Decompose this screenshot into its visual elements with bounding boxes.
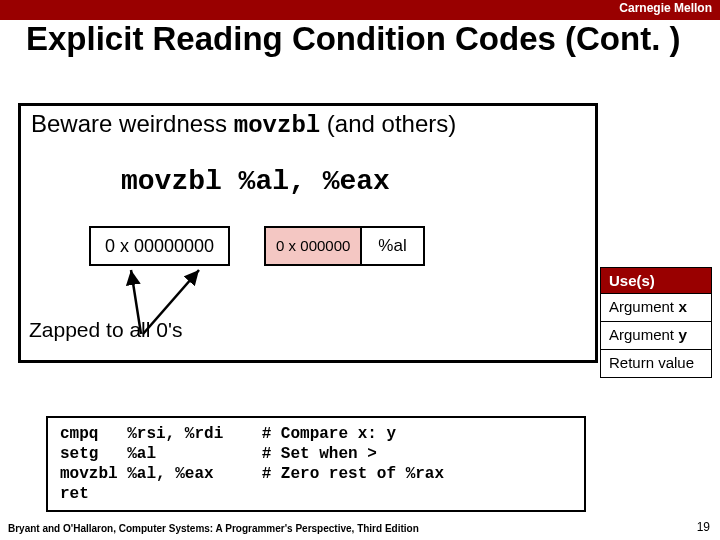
uses-table-head: Use(s) [601, 268, 712, 294]
table-row: Return value [601, 350, 712, 378]
instruction-line: movzbl %al, %eax [121, 166, 390, 197]
row-text: Argument [609, 326, 678, 343]
table-row: Argument x [601, 294, 712, 322]
footer-citation: Bryant and O'Hallaron, Computer Systems:… [8, 523, 419, 534]
row-mono: y [678, 328, 687, 345]
assembly-code-box: cmpq %rsi, %rdi # Compare x: y setg %al … [46, 416, 586, 512]
row-mono: x [678, 300, 687, 317]
reg-cell-full: 0 x 00000000 [89, 226, 230, 266]
row-text: Return value [609, 354, 694, 371]
zapped-label: Zapped to all 0's [29, 318, 182, 342]
register-row: 0 x 000000000 x 000000%al [89, 226, 425, 266]
subhead-post: (and others) [320, 110, 456, 137]
reg-cell-high: 0 x 000000 [264, 226, 360, 266]
table-row: Argument y [601, 322, 712, 350]
brand-label: Carnegie Mellon [619, 1, 712, 15]
page-number: 19 [697, 520, 710, 534]
subhead-pre: Beware weirdness [31, 110, 234, 137]
top-stripe: Carnegie Mellon [0, 0, 720, 20]
overlay-box: Beware weirdness movzbl (and others) mov… [18, 103, 598, 363]
slide-title: Explicit Reading Condition Codes (Cont. … [26, 20, 700, 58]
reg-cell-al: %al [360, 226, 424, 266]
uses-table: Use(s) Argument x Argument y Return valu… [600, 267, 712, 378]
overlay-subhead: Beware weirdness movzbl (and others) [31, 110, 456, 139]
subhead-code: movzbl [234, 112, 320, 139]
row-text: Argument [609, 298, 678, 315]
